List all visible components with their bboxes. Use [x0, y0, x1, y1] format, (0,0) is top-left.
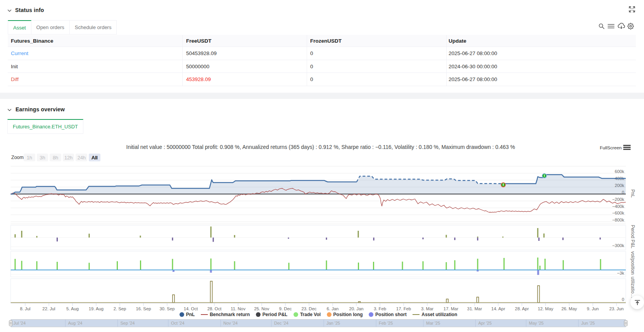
- svg-text:Feb '25: Feb '25: [379, 321, 393, 325]
- svg-text:26. May: 26. May: [561, 306, 577, 311]
- svg-text:Sep '24: Sep '24: [121, 321, 135, 325]
- svg-text:28. Apr: 28. Apr: [515, 306, 529, 311]
- svg-text:23. Dec: 23. Dec: [302, 306, 317, 311]
- svg-text:25. Nov: 25. Nov: [254, 306, 269, 311]
- svg-text:12. May: 12. May: [538, 306, 554, 311]
- svg-text:17. Feb: 17. Feb: [396, 306, 411, 311]
- svg-text:−600k: −600k: [612, 211, 624, 215]
- svg-text:Aug '24: Aug '24: [68, 321, 83, 325]
- svg-text:14. Apr: 14. Apr: [491, 306, 505, 311]
- svg-text:31. Mar: 31. Mar: [467, 306, 482, 311]
- svg-text:May '25: May '25: [529, 321, 544, 325]
- svg-text:17. Mar: 17. Mar: [444, 306, 459, 311]
- svg-text:600k: 600k: [615, 169, 625, 174]
- svg-text:30. Sep: 30. Sep: [160, 306, 175, 311]
- svg-text:PnL: PnL: [630, 189, 635, 198]
- svg-text:6. Jan: 6. Jan: [327, 306, 339, 311]
- svg-text:2. Sep: 2. Sep: [114, 306, 126, 311]
- svg-text:Period P&L: Period P&L: [630, 225, 635, 249]
- svg-text:28. Oct: 28. Oct: [207, 306, 222, 311]
- svg-text:Jun '25: Jun '25: [581, 321, 595, 325]
- svg-text:20. Jan: 20. Jan: [349, 306, 363, 311]
- svg-text:Apr '25: Apr '25: [478, 321, 492, 325]
- svg-text:Jan '25: Jan '25: [326, 321, 340, 325]
- svg-text:utilizatio…: utilizatio…: [630, 277, 635, 298]
- svg-text:9. Jun: 9. Jun: [587, 306, 599, 311]
- svg-text:5. Aug: 5. Aug: [66, 306, 79, 311]
- svg-text:3. Feb: 3. Feb: [374, 306, 386, 311]
- svg-text:22. Jul: 22. Jul: [42, 306, 55, 311]
- svg-text:8. Jul: 8. Jul: [20, 306, 30, 311]
- svg-text:−300k: −300k: [612, 243, 624, 248]
- svg-text:9. Dec: 9. Dec: [279, 306, 292, 311]
- svg-text:19. Aug: 19. Aug: [89, 306, 104, 311]
- svg-text:16. Sep: 16. Sep: [136, 306, 151, 311]
- svg-text:3. Mar: 3. Mar: [421, 306, 433, 311]
- svg-text:Mar '25: Mar '25: [426, 321, 440, 325]
- svg-text:−800k: −800k: [612, 218, 624, 222]
- svg-text:0: 0: [622, 297, 624, 302]
- svg-text:23. Jun: 23. Jun: [609, 306, 623, 311]
- svg-text:Dec '24: Dec '24: [274, 321, 288, 325]
- svg-text:Oct '24: Oct '24: [171, 321, 185, 325]
- svg-text:−200k: −200k: [612, 197, 624, 202]
- svg-text:vol/position: vol/position: [630, 251, 635, 275]
- svg-text:−400k: −400k: [612, 204, 624, 209]
- svg-text:Jul '24: Jul '24: [14, 321, 26, 325]
- svg-text:14. Oct: 14. Oct: [184, 306, 198, 311]
- svg-text:11. Nov: 11. Nov: [231, 306, 245, 311]
- svg-text:Nov '24: Nov '24: [223, 321, 238, 325]
- svg-text:−3k: −3k: [617, 271, 624, 275]
